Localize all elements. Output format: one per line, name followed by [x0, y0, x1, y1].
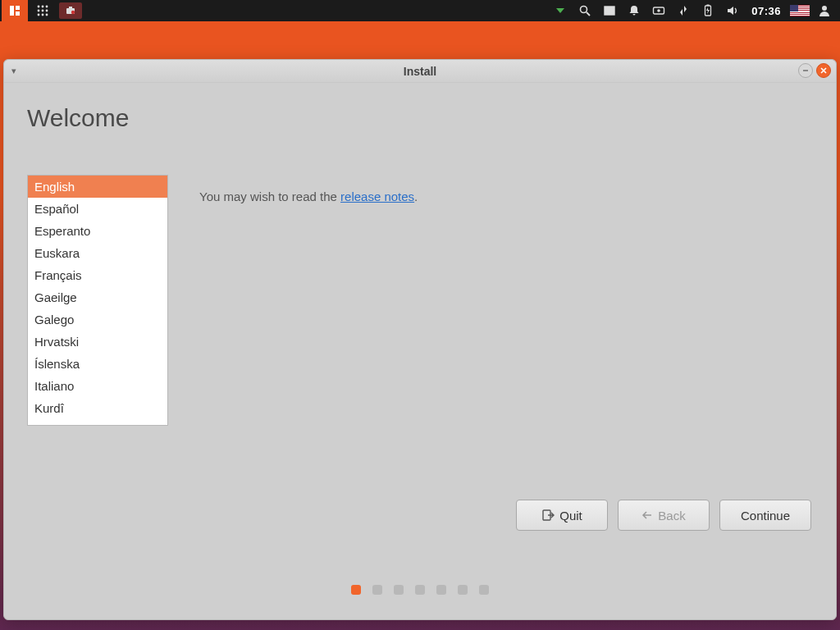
note-prefix: You may wish to read the: [199, 189, 340, 203]
apps-grid-icon: [36, 4, 49, 17]
release-notes-text: You may wish to read the release notes.: [199, 189, 418, 203]
language-option[interactable]: Galego: [28, 308, 167, 331]
svg-point-5: [46, 6, 48, 8]
svg-point-22: [822, 6, 827, 11]
bell-icon: [628, 4, 641, 17]
svg-point-4: [42, 6, 44, 8]
svg-point-6: [38, 10, 40, 12]
clock[interactable]: 07:36: [746, 5, 786, 17]
launcher-button[interactable]: [2, 0, 28, 21]
page-heading: Welcome: [27, 104, 813, 132]
language-option[interactable]: Italiano: [28, 375, 167, 397]
search-icon: [578, 4, 591, 17]
progress-dot: [458, 585, 468, 595]
launcher-icon: [8, 4, 21, 17]
svg-rect-0: [10, 6, 14, 16]
expand-indicator[interactable]: [550, 0, 571, 21]
progress-dot: [436, 585, 446, 595]
release-notes-link[interactable]: release notes: [340, 189, 414, 203]
svg-point-14: [71, 11, 75, 14]
keyboard-icon: [652, 4, 665, 17]
language-option[interactable]: Français: [28, 264, 167, 286]
svg-point-15: [581, 7, 587, 13]
volume-icon: [726, 4, 739, 17]
progress-dot: [372, 585, 382, 595]
progress-dot: [479, 585, 489, 595]
language-option[interactable]: Hrvatski: [28, 331, 167, 353]
progress-dot: [394, 585, 404, 595]
network-button[interactable]: [673, 0, 694, 21]
apps-grid-button[interactable]: [30, 0, 56, 21]
workspace-icon: [603, 4, 616, 17]
continue-button[interactable]: Continue: [719, 500, 811, 531]
language-list[interactable]: EnglishEspañolEsperantoEuskaraFrançaisGa…: [27, 175, 168, 426]
svg-point-9: [38, 14, 40, 16]
quit-button[interactable]: Quit: [516, 500, 608, 531]
volume-button[interactable]: [722, 0, 743, 21]
battery-icon: [701, 4, 714, 17]
flag-us-icon: [790, 5, 810, 16]
svg-rect-1: [16, 6, 20, 10]
window-title: Install: [4, 65, 836, 78]
arrow-left-icon: [641, 509, 653, 521]
installer-window: ▾ Install Welcome EnglishEspañolEsperant…: [3, 59, 837, 620]
notifications-button[interactable]: [623, 0, 645, 21]
language-option[interactable]: Gaeilge: [28, 286, 167, 308]
close-button[interactable]: [816, 63, 831, 78]
svg-point-8: [46, 10, 48, 12]
language-option[interactable]: Euskara: [28, 242, 167, 264]
svg-line-16: [587, 12, 590, 16]
window-menu-button[interactable]: ▾: [4, 66, 24, 76]
workspace-button[interactable]: [599, 0, 620, 21]
svg-rect-13: [69, 7, 72, 9]
back-label: Back: [658, 509, 685, 523]
keyboard-indicator[interactable]: [648, 0, 669, 21]
progress-dots: [4, 585, 836, 595]
user-icon: [818, 4, 831, 17]
top-panel: 07:36: [0, 0, 840, 21]
language-option[interactable]: Íslenska: [28, 353, 167, 375]
minimize-icon: [801, 66, 810, 75]
language-option[interactable]: Esperanto: [28, 220, 167, 242]
language-option[interactable]: English: [28, 176, 167, 198]
minimize-button[interactable]: [798, 63, 813, 78]
progress-dot: [351, 585, 361, 595]
svg-point-19: [657, 9, 660, 12]
progress-dot: [415, 585, 425, 595]
language-option[interactable]: Kurdî: [28, 397, 167, 419]
svg-point-10: [42, 14, 44, 16]
quit-label: Quit: [559, 509, 582, 523]
svg-point-3: [38, 6, 40, 8]
close-icon: [819, 66, 828, 75]
svg-point-7: [42, 10, 44, 12]
back-button[interactable]: Back: [618, 500, 710, 531]
network-updown-icon: [677, 4, 690, 17]
chevron-down-icon: [554, 4, 567, 17]
continue-label: Continue: [741, 509, 790, 523]
tray-app-button[interactable]: [57, 0, 84, 21]
search-button[interactable]: [574, 0, 596, 21]
svg-rect-17: [605, 7, 614, 15]
svg-rect-21: [707, 5, 710, 7]
screenshot-tool-icon: [59, 2, 82, 19]
titlebar[interactable]: ▾ Install: [4, 60, 836, 83]
note-suffix: .: [414, 189, 418, 203]
quit-icon: [541, 509, 555, 522]
battery-button[interactable]: [697, 0, 719, 21]
language-indicator[interactable]: [789, 0, 810, 21]
language-option[interactable]: Español: [28, 198, 167, 220]
user-menu-button[interactable]: [814, 0, 835, 21]
svg-point-11: [46, 14, 48, 16]
svg-rect-2: [16, 11, 20, 16]
